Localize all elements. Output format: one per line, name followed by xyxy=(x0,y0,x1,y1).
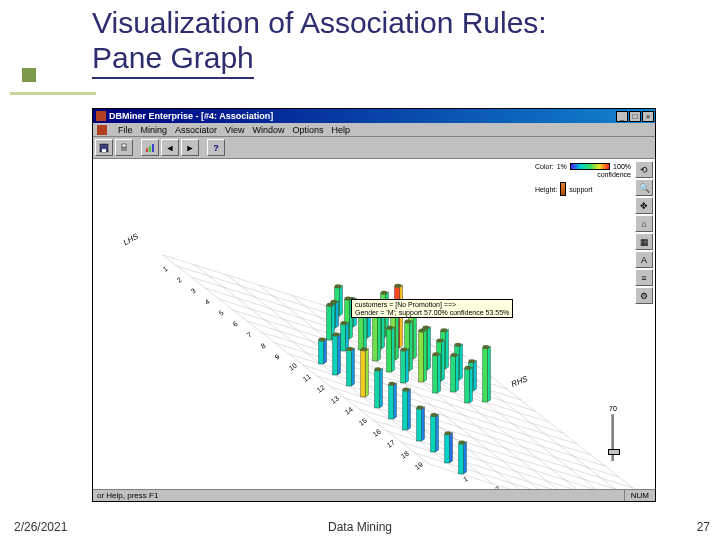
slide-bullet xyxy=(22,68,36,82)
svg-rect-108 xyxy=(319,341,324,364)
svg-marker-65 xyxy=(340,285,343,316)
menu-file[interactable]: File xyxy=(118,125,133,135)
svg-point-169 xyxy=(417,406,424,410)
legend-color-metric: confidence xyxy=(535,171,631,178)
svg-text:3: 3 xyxy=(190,287,197,295)
footer-date: 2/26/2021 xyxy=(14,520,67,534)
svg-marker-113 xyxy=(428,327,431,370)
slider-panel: 70 xyxy=(595,405,631,477)
svg-point-151 xyxy=(361,347,368,351)
svg-point-121 xyxy=(387,326,394,330)
svg-rect-165 xyxy=(403,390,408,430)
title-underline xyxy=(10,92,96,95)
svg-rect-147 xyxy=(433,355,438,393)
support-bar-legend xyxy=(560,182,566,196)
tool-next-icon[interactable]: ► xyxy=(181,139,199,156)
minimize-button[interactable]: _ xyxy=(616,111,628,122)
svg-rect-144 xyxy=(451,356,456,392)
tool-chart3d-icon[interactable] xyxy=(141,139,159,156)
svg-point-172 xyxy=(431,413,438,417)
svg-text:2: 2 xyxy=(176,276,183,284)
svg-text:19: 19 xyxy=(414,461,424,471)
close-button[interactable]: × xyxy=(642,111,654,122)
side-pan-icon[interactable]: ✥ xyxy=(635,197,653,214)
svg-marker-116 xyxy=(410,320,413,371)
svg-text:9: 9 xyxy=(274,353,281,361)
svg-rect-168 xyxy=(417,409,422,441)
svg-rect-162 xyxy=(389,385,394,419)
side-zoom-icon[interactable]: 🔍 xyxy=(635,179,653,196)
svg-text:16: 16 xyxy=(372,428,382,438)
svg-text:15: 15 xyxy=(358,417,368,427)
menu-options[interactable]: Options xyxy=(292,125,323,135)
svg-rect-132 xyxy=(419,332,424,382)
svg-marker-152 xyxy=(488,346,491,402)
side-toolbar: ⟲ 🔍 ✥ ⌂ ▦ A ≡ ⚙ xyxy=(635,161,653,304)
svg-marker-170 xyxy=(436,414,439,452)
slider-value: 70 xyxy=(595,405,631,412)
svg-marker-140 xyxy=(474,360,477,391)
pane-graph-3d[interactable]: 12345678910111213141516171819123456789 xyxy=(93,159,633,491)
window-title: DBMiner Enterprise - [#4: Association] xyxy=(109,111,616,121)
svg-marker-158 xyxy=(380,368,383,408)
tool-save-icon[interactable] xyxy=(95,139,113,156)
legend-color-max: 100% xyxy=(613,163,631,170)
svg-marker-119 xyxy=(392,327,395,372)
side-reset-icon[interactable]: ⌂ xyxy=(635,215,653,232)
side-filter-icon[interactable]: ≡ xyxy=(635,269,653,286)
side-label-icon[interactable]: A xyxy=(635,251,653,268)
svg-marker-110 xyxy=(446,329,449,369)
svg-point-142 xyxy=(469,359,476,363)
svg-text:1: 1 xyxy=(162,265,169,273)
svg-rect-171 xyxy=(431,416,436,452)
svg-point-136 xyxy=(401,348,408,352)
svg-marker-128 xyxy=(442,339,445,381)
svg-marker-137 xyxy=(352,348,355,386)
slider-thumb[interactable] xyxy=(608,449,620,455)
svg-point-157 xyxy=(465,366,472,370)
svg-text:11: 11 xyxy=(302,373,312,383)
svg-point-124 xyxy=(333,332,340,336)
status-numlock: NUM xyxy=(624,490,655,501)
svg-text:4: 4 xyxy=(204,298,211,306)
tool-print-icon[interactable] xyxy=(115,139,133,156)
side-grid-icon[interactable]: ▦ xyxy=(635,233,653,250)
menu-associator[interactable]: Associator xyxy=(175,125,217,135)
svg-text:7: 7 xyxy=(246,331,253,339)
svg-point-145 xyxy=(451,353,458,357)
tool-help-icon[interactable]: ? xyxy=(207,139,225,156)
svg-point-160 xyxy=(375,367,382,371)
svg-point-76 xyxy=(381,291,388,295)
maximize-button[interactable]: □ xyxy=(629,111,641,122)
titlebar: DBMiner Enterprise - [#4: Association] _… xyxy=(93,109,655,123)
svg-text:6: 6 xyxy=(232,320,239,328)
tool-prev-icon[interactable]: ◄ xyxy=(161,139,179,156)
svg-rect-4 xyxy=(146,148,148,152)
svg-point-154 xyxy=(483,345,490,349)
svg-point-109 xyxy=(319,338,326,342)
svg-rect-3 xyxy=(122,144,126,147)
svg-rect-2 xyxy=(121,147,127,151)
svg-text:14: 14 xyxy=(344,406,354,416)
slider-track[interactable] xyxy=(611,414,615,462)
legend: Color: 1% 100% confidence Height: suppor… xyxy=(535,163,631,201)
legend-color-label: Color: xyxy=(535,163,554,170)
side-rotate-icon[interactable]: ⟲ xyxy=(635,161,653,178)
doc-icon xyxy=(97,125,107,135)
svg-point-148 xyxy=(433,352,440,356)
svg-marker-95 xyxy=(346,322,349,351)
menu-mining[interactable]: Mining xyxy=(141,125,168,135)
svg-text:18: 18 xyxy=(400,450,410,460)
svg-marker-131 xyxy=(424,330,427,382)
statusbar: or Help, press F1 NUM xyxy=(93,489,655,501)
svg-rect-159 xyxy=(375,370,380,408)
svg-text:8: 8 xyxy=(260,342,267,350)
menu-help[interactable]: Help xyxy=(331,125,350,135)
svg-rect-5 xyxy=(149,146,151,152)
menu-view[interactable]: View xyxy=(225,125,244,135)
svg-rect-156 xyxy=(465,369,470,403)
side-config-icon[interactable]: ⚙ xyxy=(635,287,653,304)
menu-window[interactable]: Window xyxy=(252,125,284,135)
svg-rect-1 xyxy=(102,149,106,152)
svg-text:13: 13 xyxy=(330,395,340,405)
